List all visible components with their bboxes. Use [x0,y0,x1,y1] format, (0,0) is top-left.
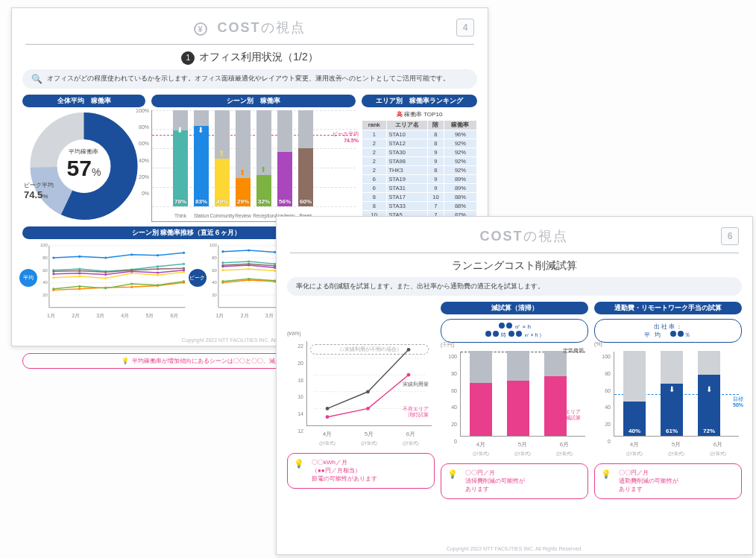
svg-point-24 [130,253,133,256]
gauge-center-label: 平均稼働率 [67,148,101,156]
lightbulb-icon: 💡 [601,469,611,494]
gauge-side-pct: % [42,193,48,200]
col-cleaning: 減試算（清掃） ㎡ × h 時 ㎡ × h ） (千円) 02040608010… [441,302,588,499]
svg-point-105 [221,264,224,266]
svg-point-93 [221,280,224,282]
header: ¥ COSTの視点 4 [25,8,474,45]
lead-text: 率化による削減額を試算します。また、出社率から通勤費の適正化を試算します。 [287,277,742,296]
result-cleaning: 💡 〇〇円／月 清掃費削減の可能性が あります [441,463,588,499]
unit-commute: (%) [594,341,602,346]
svg-point-27 [52,276,54,279]
svg-point-55 [157,267,159,270]
panel-header-gauge: 全体平均 稼働率 [22,95,145,107]
svg-point-119 [366,407,370,410]
panel-ranking: エリア別 稼働率ランキング 高 高 稼働率 TOP10稼働率 TOP10 ran… [362,95,477,222]
svg-point-36 [130,285,133,288]
svg-point-31 [157,273,159,276]
line-chart-avg: 平均 20406080100 1月2月3月4月5月6月 [22,239,187,320]
svg-text:20: 20 [212,293,217,297]
svg-point-20 [183,262,185,264]
svg-point-120 [407,373,411,377]
chip-commute-l1: 出 社 率 ： [654,323,683,330]
badge-peak: ピーク [189,269,207,287]
page-number: 4 [456,19,474,37]
result-commute-text: 〇〇円／月 通勤費削減の可能性が あります [619,469,678,494]
scene-bar-chart: 0%20%40%60%80%100% ピーク平均74.5%78%Think⬇83… [151,110,356,222]
svg-text:60: 60 [42,267,48,272]
svg-text:20: 20 [42,293,48,297]
subtitle: ランニングコスト削減試算 [290,259,739,273]
panel-scene-bars: シーン別 稼働率 0%20%40%60%80%100% ピーク平均74.5%78… [151,95,356,222]
svg-point-106 [248,262,250,264]
header: ¥ COSTの視点 6 [290,217,739,253]
brand-prefix: COST [217,20,260,35]
svg-point-22 [78,255,81,257]
chart-energy: (kWh) 121416182022 （↓実績利用が不明の場合） 4月5月6月 … [287,337,435,448]
svg-text:100: 100 [40,243,48,247]
panel-header-commute: 通勤費・リモートワーク手当の試算 [594,302,742,314]
sheet-cost-6: ¥ COSTの視点 6 ランニングコスト削減試算 率化による削減額を試算します。… [276,216,753,555]
svg-point-76 [248,249,250,251]
target-label: 目標 [733,396,743,402]
result-energy: 💡 〇〇kWh／月 （●●円／月相当） 節電の可能性があります [287,453,435,489]
gauge-side-label: ピーク平均 [24,181,54,189]
svg-point-39 [52,288,54,290]
lead-text: 🔍 オフィスがどの程度使われているかを示します。オフィス面積最適化やレイアウト変… [22,69,477,89]
subtitle-text: オフィス利用状況（1/2） [199,51,318,63]
svg-text:100: 100 [209,243,217,247]
high-table: rankエリア名階稼働率1STA10896%2STA12892%2STA3099… [362,120,477,220]
lightbulb-icon: 💡 [294,458,304,484]
svg-point-42 [130,282,133,285]
svg-point-52 [78,269,81,271]
svg-text:40: 40 [212,280,217,285]
brand-prefix: COST [479,229,523,244]
svg-point-118 [326,415,330,419]
svg-point-49 [157,271,159,273]
chip-energy-inner: （↓実績利用が不明の場合） [310,344,429,355]
svg-point-81 [221,269,224,271]
svg-point-25 [157,254,159,256]
svg-point-69 [221,261,224,264]
circled-one-icon: 1 [181,51,195,65]
magnifier-person-icon: 🔍 [31,74,42,84]
svg-point-40 [78,285,81,287]
svg-point-54 [130,269,133,271]
svg-point-70 [248,260,250,262]
panel-overall-avg: 全体平均 稼働率 平均稼働率 57% ピーク平均 74.5% [22,95,145,222]
chart-cleaning: (千円) 020406080100 4月5月6月 (計算式)(計算式)(計算式)… [441,347,588,459]
unit-cleaning: (千円) [441,341,455,349]
svg-point-29 [104,276,107,279]
lead-content: 率化による削減額を試算します。また、出社率から通勤費の適正化を試算します。 [296,282,544,291]
svg-text:80: 80 [42,256,48,260]
lead-content: オフィスがどの程度使われているかを示します。オフィス面積最適化やレイアウト変更、… [47,74,450,83]
svg-text:80: 80 [212,256,217,260]
svg-point-47 [104,273,107,275]
col-commute: 通勤費・リモートワーク手当の試算 出 社 率 ： 平 均 ％ (%) 02040… [594,302,742,499]
col-energy: . （↓実績利用が不明の場合） (kWh) 121416182022 （↓実績利… [287,302,435,499]
chip-cleaning: ㎡ × h 時 ㎡ × h ） [441,319,588,343]
svg-point-56 [183,267,185,269]
chart-commute: (%) 020406080100 40% 61%⬇ 72%⬇ 4月5月6月 (計… [594,347,742,459]
result-commute: 💡 〇〇円／月 通勤費削減の可能性が あります [594,463,742,499]
svg-point-75 [221,250,224,253]
svg-point-94 [248,277,250,279]
result-cleaning-text: 〇〇円／月 清掃費削減の可能性が あります [465,469,525,494]
lightbulb-icon: 💡 [122,358,129,364]
svg-point-116 [366,390,370,393]
svg-point-44 [183,280,185,282]
brand-title: ¥ COSTの視点 [441,227,587,245]
badge-avg: 平均 [19,269,37,287]
svg-point-23 [104,256,107,259]
svg-point-53 [104,270,107,273]
panel-header-cleaning: 減試算（清掃） [441,302,588,314]
svg-point-46 [78,272,81,274]
result-energy-text: 〇〇kWh／月 （●●円／月相当） 節電の可能性があります [312,458,377,484]
page-number: 6 [721,227,739,245]
svg-text:40: 40 [42,280,48,285]
gauge-chart: 平均稼働率 57% ピーク平均 74.5% [22,110,145,222]
legend-off: 不在エリア 消灯試算 [403,406,429,419]
brand-suffix: の視点 [261,20,306,35]
svg-point-115 [326,407,330,410]
svg-point-82 [248,267,250,270]
svg-point-26 [183,251,185,253]
